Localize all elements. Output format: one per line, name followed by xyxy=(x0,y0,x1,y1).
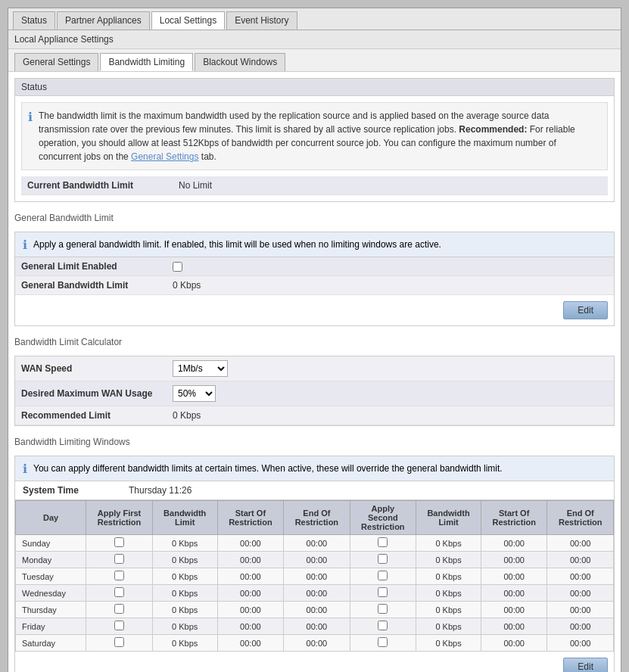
windows-divider: Bandwidth Limiting Windows xyxy=(8,432,621,450)
cell-end1: 00:00 xyxy=(284,618,350,635)
cell-start1: 00:00 xyxy=(217,635,283,652)
col-apply-first: Apply FirstRestriction xyxy=(86,501,152,535)
recommended-limit-value: 0 Kbps xyxy=(173,410,201,421)
cell-bw1: 0 Kbps xyxy=(152,602,217,618)
general-bandwidth-info-row: ℹ Apply a general bandwidth limit. If en… xyxy=(15,232,614,257)
cell-apply-second xyxy=(350,535,416,552)
cell-apply-second xyxy=(350,568,416,585)
general-bandwidth-divider: General Bandwidth Limit xyxy=(8,208,621,226)
cell-end1: 00:00 xyxy=(284,585,350,602)
cell-bw2: 0 Kbps xyxy=(416,535,481,552)
apply-first-checkbox-6[interactable] xyxy=(114,637,124,647)
cell-start2: 00:00 xyxy=(481,618,546,635)
wan-speed-row: WAN Speed 1Mb/s 2Mb/s 5Mb/s 10Mb/s 20Mb/… xyxy=(15,356,614,381)
status-section-body: ℹ The bandwidth limit is the maximum ban… xyxy=(15,96,614,201)
apply-first-checkbox-3[interactable] xyxy=(114,587,124,597)
general-bandwidth-limit-row: General Bandwidth Limit 0 Kbps xyxy=(15,276,614,295)
cell-end2: 00:00 xyxy=(547,535,614,552)
apply-first-checkbox-5[interactable] xyxy=(114,621,124,630)
general-settings-link[interactable]: General Settings xyxy=(131,151,198,162)
apply-second-checkbox-6[interactable] xyxy=(378,637,388,647)
cell-start2: 00:00 xyxy=(481,585,546,602)
cell-day: Sunday xyxy=(16,535,86,552)
content-area: Status ℹ The bandwidth limit is the maxi… xyxy=(8,78,621,672)
cell-apply-second xyxy=(350,618,416,635)
col-end-1: End OfRestriction xyxy=(284,501,350,535)
cell-bw2: 0 Kbps xyxy=(416,618,481,635)
col-start-2: Start OfRestriction xyxy=(481,501,546,535)
info-icon: ℹ xyxy=(28,110,33,163)
desired-max-select[interactable]: 10% 20% 30% 40% 50% 60% 70% 80% 90% 100% xyxy=(173,385,216,402)
table-row: Wednesday 0 Kbps 00:00 00:00 0 Kbps 00:0… xyxy=(16,585,614,602)
cell-start2: 00:00 xyxy=(481,552,546,568)
col-end-2: End OfRestriction xyxy=(547,501,614,535)
general-limit-enabled-checkbox[interactable] xyxy=(173,262,182,272)
sub-tabs: General Settings Bandwidth Limiting Blac… xyxy=(8,49,621,72)
col-start-1: Start OfRestriction xyxy=(217,501,283,535)
cell-apply-first xyxy=(86,602,152,618)
subtab-blackout-windows[interactable]: Blackout Windows xyxy=(195,53,285,71)
current-bandwidth-label: Current Bandwidth Limit xyxy=(27,180,179,191)
cell-start1: 00:00 xyxy=(217,568,283,585)
cell-apply-first xyxy=(86,585,152,602)
subtab-bandwidth-limiting[interactable]: Bandwidth Limiting xyxy=(100,53,193,71)
cell-bw2: 0 Kbps xyxy=(416,552,481,568)
cell-bw1: 0 Kbps xyxy=(152,552,217,568)
apply-second-checkbox-4[interactable] xyxy=(378,604,388,614)
general-bandwidth-edit-row: Edit xyxy=(15,295,614,325)
apply-first-checkbox-0[interactable] xyxy=(114,537,124,547)
tab-local-settings[interactable]: Local Settings xyxy=(151,11,225,30)
cell-apply-first xyxy=(86,535,152,552)
cell-start2: 00:00 xyxy=(481,635,546,652)
desired-max-label: Desired Maximum WAN Usage xyxy=(21,388,173,399)
cell-end1: 00:00 xyxy=(284,552,350,568)
col-day: Day xyxy=(16,501,86,535)
apply-first-checkbox-1[interactable] xyxy=(114,554,124,564)
cell-day: Thursday xyxy=(16,602,86,618)
windows-edit-button[interactable]: Edit xyxy=(563,658,608,672)
table-row: Sunday 0 Kbps 00:00 00:00 0 Kbps 00:00 0… xyxy=(16,535,614,552)
calculator-divider: Bandwidth Limit Calculator xyxy=(8,332,621,350)
cell-start1: 00:00 xyxy=(217,552,283,568)
wan-speed-select[interactable]: 1Mb/s 2Mb/s 5Mb/s 10Mb/s 20Mb/s 50Mb/s 1… xyxy=(173,360,228,377)
general-bandwidth-limit-value: 0 Kbps xyxy=(173,280,201,291)
subtab-general-settings[interactable]: General Settings xyxy=(14,53,98,71)
cell-day: Tuesday xyxy=(16,568,86,585)
col-apply-second: ApplySecondRestriction xyxy=(350,501,416,535)
windows-info-text: You can apply different bandwidth limits… xyxy=(33,463,503,474)
col-bw-limit-2: BandwidthLimit xyxy=(416,501,481,535)
cell-bw2: 0 Kbps xyxy=(416,585,481,602)
general-bandwidth-edit-button[interactable]: Edit xyxy=(563,301,608,319)
cell-apply-second xyxy=(350,635,416,652)
cell-end1: 00:00 xyxy=(284,635,350,652)
col-bw-limit-1: BandwidthLimit xyxy=(152,501,217,535)
tab-status[interactable]: Status xyxy=(13,11,55,30)
cell-end2: 00:00 xyxy=(547,552,614,568)
cell-end2: 00:00 xyxy=(547,635,614,652)
cell-start1: 00:00 xyxy=(217,585,283,602)
apply-second-checkbox-5[interactable] xyxy=(378,621,388,630)
current-bandwidth-value: No Limit xyxy=(179,180,212,191)
cell-start2: 00:00 xyxy=(481,568,546,585)
general-bandwidth-info-icon: ℹ xyxy=(23,238,27,252)
apply-second-checkbox-0[interactable] xyxy=(378,537,388,547)
tab-event-history[interactable]: Event History xyxy=(226,11,297,30)
general-bandwidth-box: ℹ Apply a general bandwidth limit. If en… xyxy=(14,232,615,326)
cell-end2: 00:00 xyxy=(547,585,614,602)
cell-start1: 00:00 xyxy=(217,535,283,552)
cell-bw2: 0 Kbps xyxy=(416,635,481,652)
apply-first-checkbox-4[interactable] xyxy=(114,604,124,614)
tab-partner-appliances[interactable]: Partner Appliances xyxy=(57,11,150,30)
apply-first-checkbox-2[interactable] xyxy=(114,571,124,580)
general-bandwidth-limit-label: General Bandwidth Limit xyxy=(21,280,173,291)
status-section-header: Status xyxy=(15,79,614,96)
top-tabs: Status Partner Appliances Local Settings… xyxy=(8,8,621,30)
cell-bw1: 0 Kbps xyxy=(152,535,217,552)
apply-second-checkbox-3[interactable] xyxy=(378,587,388,597)
main-container: Status Partner Appliances Local Settings… xyxy=(8,8,621,672)
table-row: Tuesday 0 Kbps 00:00 00:00 0 Kbps 00:00 … xyxy=(16,568,614,585)
apply-second-checkbox-1[interactable] xyxy=(378,554,388,564)
apply-second-checkbox-2[interactable] xyxy=(378,571,388,580)
cell-bw2: 0 Kbps xyxy=(416,568,481,585)
windows-section: ℹ You can apply different bandwidth limi… xyxy=(14,456,615,672)
